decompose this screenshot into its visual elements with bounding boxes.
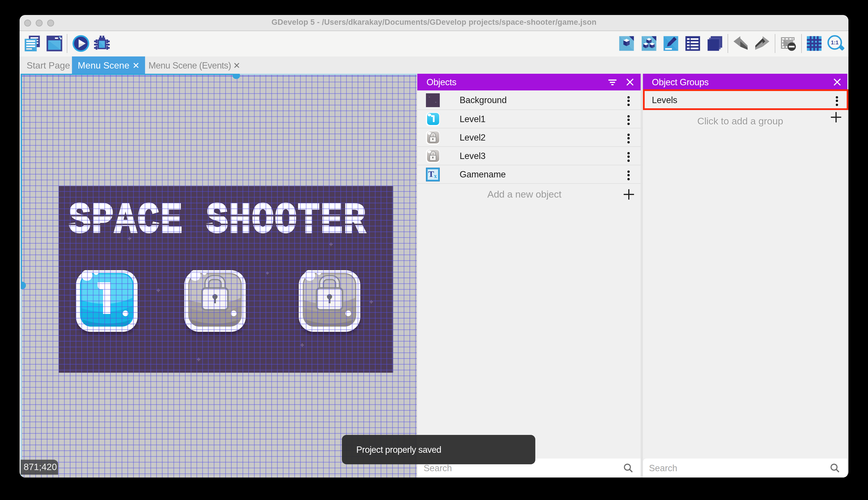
svg-text:1:1: 1:1	[831, 40, 838, 46]
svg-text:SPACE SHOOTER: SPACE SHOOTER	[69, 196, 366, 245]
